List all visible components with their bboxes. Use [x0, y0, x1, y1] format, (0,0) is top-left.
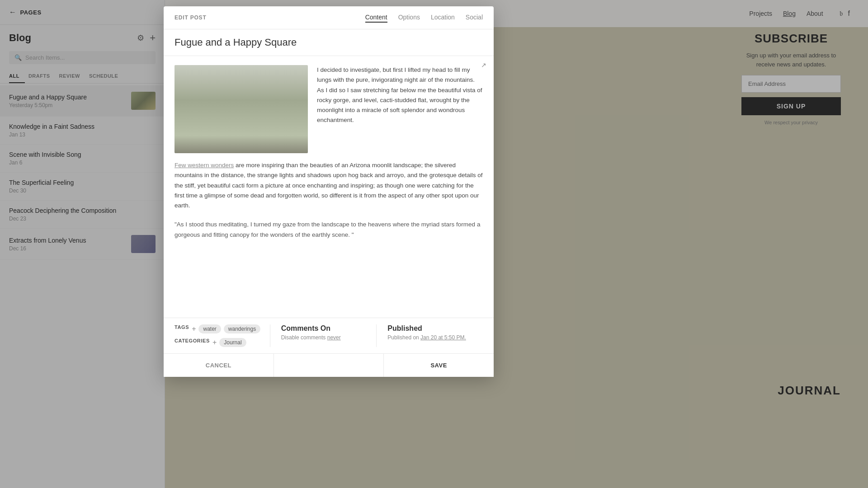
content-inner: I decided to investigate, but first I li…	[164, 56, 494, 249]
published-date-link[interactable]: Jan 20 at 5:50 PM.	[420, 334, 466, 341]
article-link[interactable]: Few western wonders	[175, 162, 234, 169]
published-section: Published Published on Jan 20 at 5:50 PM…	[376, 324, 483, 347]
article-image	[175, 65, 308, 153]
modal-header: EDIT POST Content Options Location Socia…	[164, 6, 494, 29]
article-right-text: I decided to investigate, but first I li…	[317, 65, 483, 153]
modal-tabs: Content Options Location Social	[365, 13, 483, 23]
post-title-container	[164, 29, 494, 56]
tab-content[interactable]: Content	[365, 13, 387, 23]
comments-subtitle: Disable comments never	[281, 334, 377, 341]
tag-wanderings[interactable]: wanderings	[224, 324, 260, 333]
modal-footer: TAGS + water wanderings CATEGORIES + Jou…	[164, 318, 494, 353]
expand-icon[interactable]: ↗	[481, 61, 486, 69]
categories-label: CATEGORIES	[175, 338, 210, 343]
add-tag-button[interactable]: +	[192, 325, 196, 333]
article-body: Few western wonders are more inspiring t…	[175, 160, 483, 211]
tab-location[interactable]: Location	[431, 13, 455, 23]
tab-social[interactable]: Social	[466, 13, 483, 23]
comments-title: Comments On	[281, 324, 377, 333]
content-with-image: I decided to investigate, but first I li…	[175, 65, 483, 153]
comments-section: Comments On Disable comments never	[270, 324, 377, 347]
middle-button[interactable]	[274, 354, 384, 377]
modal-header-title: EDIT POST	[175, 14, 207, 21]
comments-never-link[interactable]: never	[327, 334, 341, 341]
article-quote: "As I stood thus meditating, I turned my…	[175, 220, 483, 240]
footer-meta: TAGS + water wanderings CATEGORIES + Jou…	[175, 324, 483, 347]
tags-row: TAGS + water wanderings	[175, 324, 270, 333]
tab-options[interactable]: Options	[398, 13, 420, 23]
published-subtitle: Published on Jan 20 at 5:50 PM.	[387, 334, 483, 341]
tags-label: TAGS	[175, 324, 189, 330]
published-title: Published	[387, 324, 483, 333]
save-button[interactable]: SAVE	[384, 354, 494, 377]
edit-post-modal: EDIT POST Content Options Location Socia…	[164, 6, 494, 377]
post-title-input[interactable]	[175, 37, 483, 48]
cancel-button[interactable]: CANCEL	[164, 354, 274, 377]
modal-actions: CANCEL SAVE	[164, 353, 494, 377]
category-journal[interactable]: Journal	[219, 338, 246, 347]
add-category-button[interactable]: +	[212, 339, 217, 346]
categories-row: CATEGORIES + Journal	[175, 338, 270, 347]
content-area: ↗ I decided to investigate, but first I …	[164, 56, 494, 318]
tag-water[interactable]: water	[198, 324, 221, 333]
tags-section: TAGS + water wanderings CATEGORIES + Jou…	[175, 324, 270, 347]
article-body-text: are more inspiring than the beauties of …	[175, 162, 482, 209]
